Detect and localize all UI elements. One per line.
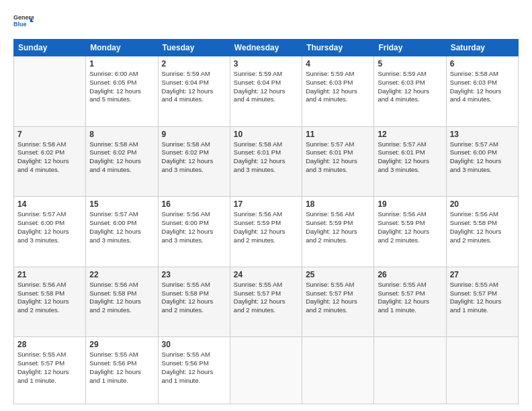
day-info: Sunrise: 5:59 AMSunset: 6:04 PMDaylight:… — [162, 70, 226, 104]
day-number: 27 — [450, 270, 515, 279]
calendar-cell: 4Sunrise: 5:59 AMSunset: 6:03 PMDaylight… — [302, 56, 374, 127]
day-number: 26 — [378, 270, 442, 279]
day-number: 7 — [17, 130, 82, 139]
day-number: 24 — [234, 270, 298, 279]
day-info: Sunrise: 5:57 AMSunset: 6:00 PMDaylight:… — [17, 210, 82, 244]
weekday-header: Tuesday — [158, 40, 230, 56]
day-number: 14 — [17, 199, 82, 209]
calendar-cell: 28Sunrise: 5:55 AMSunset: 5:57 PMDayligh… — [14, 337, 86, 404]
day-number: 18 — [306, 199, 370, 209]
calendar-cell: 18Sunrise: 5:56 AMSunset: 5:59 PMDayligh… — [302, 197, 374, 267]
calendar-cell: 11Sunrise: 5:57 AMSunset: 6:01 PMDayligh… — [302, 126, 374, 197]
calendar-cell: 8Sunrise: 5:58 AMSunset: 6:02 PMDaylight… — [86, 126, 158, 197]
calendar-cell: 9Sunrise: 5:58 AMSunset: 6:02 PMDaylight… — [158, 126, 230, 197]
day-number: 20 — [450, 199, 515, 209]
day-info: Sunrise: 5:56 AMSunset: 5:59 PMDaylight:… — [306, 210, 370, 244]
day-number: 1 — [89, 59, 154, 68]
day-info: Sunrise: 5:58 AMSunset: 6:02 PMDaylight:… — [89, 140, 154, 175]
day-number: 17 — [234, 199, 298, 209]
day-number: 19 — [378, 199, 442, 209]
day-info: Sunrise: 5:59 AMSunset: 6:03 PMDaylight:… — [306, 70, 370, 104]
logo-icon: GeneralBlue — [13, 12, 34, 32]
day-number: 4 — [306, 59, 370, 68]
calendar-cell — [374, 337, 446, 404]
calendar-cell: 21Sunrise: 5:56 AMSunset: 5:58 PMDayligh… — [14, 267, 86, 337]
day-info: Sunrise: 5:56 AMSunset: 5:58 PMDaylight:… — [450, 210, 515, 244]
weekday-header: Saturday — [446, 40, 518, 56]
calendar-cell: 22Sunrise: 5:56 AMSunset: 5:58 PMDayligh… — [86, 267, 158, 337]
calendar-cell: 19Sunrise: 5:56 AMSunset: 5:59 PMDayligh… — [374, 197, 446, 267]
day-info: Sunrise: 5:56 AMSunset: 5:58 PMDaylight:… — [17, 281, 82, 315]
day-number: 29 — [89, 340, 154, 349]
day-info: Sunrise: 5:56 AMSunset: 5:59 PMDaylight:… — [234, 210, 298, 244]
day-info: Sunrise: 5:56 AMSunset: 5:58 PMDaylight:… — [89, 281, 154, 315]
calendar-cell: 17Sunrise: 5:56 AMSunset: 5:59 PMDayligh… — [230, 197, 302, 267]
calendar-cell: 13Sunrise: 5:57 AMSunset: 6:00 PMDayligh… — [446, 126, 518, 197]
calendar-cell: 23Sunrise: 5:55 AMSunset: 5:58 PMDayligh… — [158, 267, 230, 337]
calendar-cell: 12Sunrise: 5:57 AMSunset: 6:01 PMDayligh… — [374, 126, 446, 197]
day-number: 11 — [306, 130, 370, 139]
day-number: 16 — [162, 199, 226, 209]
calendar-cell: 24Sunrise: 5:55 AMSunset: 5:57 PMDayligh… — [230, 267, 302, 337]
day-number: 12 — [378, 130, 442, 139]
day-info: Sunrise: 5:58 AMSunset: 6:02 PMDaylight:… — [162, 140, 226, 175]
day-info: Sunrise: 5:59 AMSunset: 6:03 PMDaylight:… — [378, 70, 442, 104]
day-number: 9 — [162, 130, 226, 139]
calendar-cell: 30Sunrise: 5:55 AMSunset: 5:56 PMDayligh… — [158, 337, 230, 404]
day-number: 3 — [234, 59, 298, 68]
day-info: Sunrise: 5:57 AMSunset: 6:00 PMDaylight:… — [89, 210, 154, 244]
day-info: Sunrise: 5:55 AMSunset: 5:57 PMDaylight:… — [450, 281, 515, 315]
calendar-cell: 3Sunrise: 5:59 AMSunset: 6:04 PMDaylight… — [230, 56, 302, 127]
calendar-cell: 20Sunrise: 5:56 AMSunset: 5:58 PMDayligh… — [446, 197, 518, 267]
weekday-header: Thursday — [302, 40, 374, 56]
logo: GeneralBlue — [13, 12, 34, 32]
day-info: Sunrise: 5:59 AMSunset: 6:04 PMDaylight:… — [234, 70, 298, 104]
day-info: Sunrise: 5:57 AMSunset: 6:01 PMDaylight:… — [306, 140, 370, 175]
calendar-table: SundayMondayTuesdayWednesdayThursdayFrid… — [13, 39, 519, 404]
day-info: Sunrise: 6:00 AMSunset: 6:05 PMDaylight:… — [89, 70, 154, 104]
calendar-cell: 1Sunrise: 6:00 AMSunset: 6:05 PMDaylight… — [86, 56, 158, 127]
calendar-cell: 25Sunrise: 5:55 AMSunset: 5:57 PMDayligh… — [302, 267, 374, 337]
day-number: 23 — [162, 270, 226, 279]
calendar-cell — [230, 337, 302, 404]
weekday-header: Wednesday — [230, 40, 302, 56]
day-number: 5 — [378, 59, 442, 68]
day-number: 8 — [89, 130, 154, 139]
day-info: Sunrise: 5:57 AMSunset: 6:00 PMDaylight:… — [450, 140, 515, 175]
day-number: 15 — [89, 199, 154, 209]
weekday-header: Friday — [374, 40, 446, 56]
day-info: Sunrise: 5:55 AMSunset: 5:57 PMDaylight:… — [234, 281, 298, 315]
day-info: Sunrise: 5:55 AMSunset: 5:57 PMDaylight:… — [378, 281, 442, 315]
calendar-cell: 15Sunrise: 5:57 AMSunset: 6:00 PMDayligh… — [86, 197, 158, 267]
day-number: 21 — [17, 270, 82, 279]
day-number: 10 — [234, 130, 298, 139]
header: GeneralBlue — [13, 12, 519, 32]
day-info: Sunrise: 5:55 AMSunset: 5:56 PMDaylight:… — [89, 351, 154, 385]
calendar-header-row: SundayMondayTuesdayWednesdayThursdayFrid… — [14, 40, 519, 56]
day-info: Sunrise: 5:56 AMSunset: 6:00 PMDaylight:… — [162, 210, 226, 244]
day-number: 13 — [450, 130, 515, 139]
calendar-cell: 10Sunrise: 5:58 AMSunset: 6:01 PMDayligh… — [230, 126, 302, 197]
calendar-cell — [14, 56, 86, 127]
calendar-cell: 27Sunrise: 5:55 AMSunset: 5:57 PMDayligh… — [446, 267, 518, 337]
calendar-cell: 5Sunrise: 5:59 AMSunset: 6:03 PMDaylight… — [374, 56, 446, 127]
day-number: 25 — [306, 270, 370, 279]
calendar-cell: 29Sunrise: 5:55 AMSunset: 5:56 PMDayligh… — [86, 337, 158, 404]
day-info: Sunrise: 5:58 AMSunset: 6:03 PMDaylight:… — [450, 70, 515, 104]
weekday-header: Sunday — [14, 40, 86, 56]
calendar-cell: 16Sunrise: 5:56 AMSunset: 6:00 PMDayligh… — [158, 197, 230, 267]
day-info: Sunrise: 5:58 AMSunset: 6:02 PMDaylight:… — [17, 140, 82, 175]
day-number: 28 — [17, 340, 82, 349]
calendar-cell: 2Sunrise: 5:59 AMSunset: 6:04 PMDaylight… — [158, 56, 230, 127]
page: GeneralBlue SundayMondayTuesdayWednesday… — [0, 0, 532, 411]
day-number: 2 — [162, 59, 226, 68]
calendar-cell: 6Sunrise: 5:58 AMSunset: 6:03 PMDaylight… — [446, 56, 518, 127]
day-info: Sunrise: 5:55 AMSunset: 5:58 PMDaylight:… — [162, 281, 226, 315]
day-info: Sunrise: 5:57 AMSunset: 6:01 PMDaylight:… — [378, 140, 442, 175]
calendar-cell: 7Sunrise: 5:58 AMSunset: 6:02 PMDaylight… — [14, 126, 86, 197]
day-number: 22 — [89, 270, 154, 279]
calendar-cell — [446, 337, 518, 404]
day-number: 6 — [450, 59, 515, 68]
day-info: Sunrise: 5:56 AMSunset: 5:59 PMDaylight:… — [378, 210, 442, 244]
day-info: Sunrise: 5:58 AMSunset: 6:01 PMDaylight:… — [234, 140, 298, 175]
